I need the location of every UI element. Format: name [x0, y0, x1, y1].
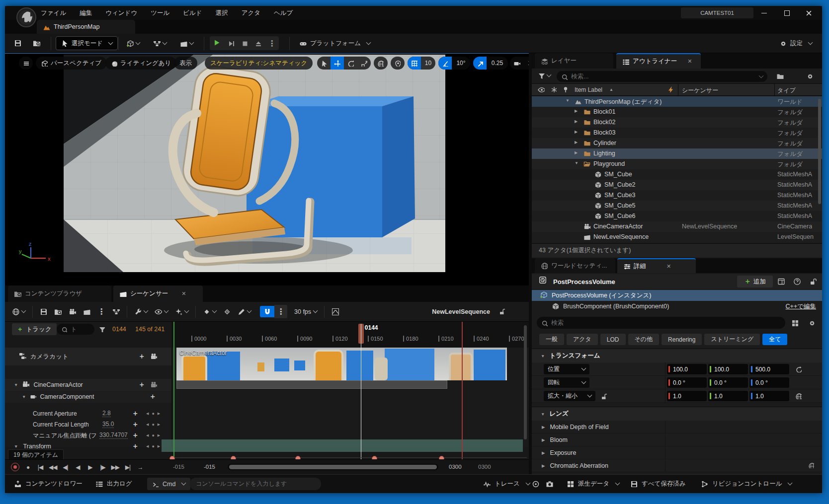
create-folder-icon[interactable] — [776, 72, 784, 82]
unreal-logo-icon[interactable] — [16, 7, 37, 28]
location-z-field[interactable]: 500.0 — [749, 364, 789, 374]
all-saved-button[interactable]: すべて保存済み — [630, 475, 686, 493]
add-component-button[interactable]: ＋ 追加 — [737, 276, 773, 288]
select-mode-dropdown[interactable]: 選択モード — [56, 36, 118, 50]
key-nav[interactable]: ◀●▶ — [146, 433, 160, 438]
tab-level[interactable]: ThirdPersonMap — [37, 20, 135, 34]
rotation-dropdown[interactable]: 回転 — [544, 377, 589, 388]
expander-icon[interactable]: ▼ — [14, 444, 18, 449]
move-tool-icon[interactable] — [331, 57, 344, 70]
camera-cut-section[interactable] — [176, 380, 447, 389]
add-key-icon[interactable]: ＋ — [132, 442, 139, 451]
track-filter-icon[interactable] — [98, 325, 105, 334]
row-expander-icon[interactable]: ▶ — [542, 437, 545, 442]
transport-button[interactable]: ▶▶ — [111, 464, 119, 471]
outliner-scrollbar[interactable] — [818, 99, 821, 204]
stop-icon[interactable] — [241, 40, 249, 47]
filter-button[interactable]: 一般 — [539, 334, 564, 345]
outliner-row[interactable]: ▶ Block03 フォルダ — [532, 128, 822, 138]
close-tab-icon[interactable]: ✕ — [181, 290, 186, 297]
filter-button[interactable]: Rendering — [662, 334, 702, 345]
auto-key-icon[interactable] — [223, 308, 231, 315]
scalability-warning[interactable]: スケーラビリティ:シネマティック — [205, 57, 313, 70]
expander-icon[interactable]: ▶ — [575, 109, 580, 113]
actor-to-sequencer-icon[interactable] — [112, 308, 120, 315]
filter-button[interactable]: その他 — [628, 334, 660, 345]
expander-icon[interactable]: ▼ — [22, 394, 26, 399]
help-icon[interactable] — [793, 278, 801, 287]
eject-icon[interactable] — [254, 40, 262, 47]
browse-content-button[interactable] — [33, 37, 41, 50]
menu-item[interactable]: 編集 — [80, 9, 92, 17]
rotation-y-field[interactable]: 0.0 ° — [708, 377, 748, 388]
lens-category-header[interactable]: ▼ レンズ — [532, 407, 822, 421]
grid-snap-value[interactable]: 10 — [421, 57, 435, 70]
blueprints-dropdown[interactable] — [153, 37, 166, 50]
derived-data-dropdown[interactable]: 派生データ — [567, 475, 619, 493]
track-focal-length[interactable]: Current Focal Length 35.0 ＋ ◀●▶ — [5, 419, 171, 430]
sequencer-settings-dropdown[interactable] — [134, 308, 148, 315]
scale-snap-icon[interactable] — [473, 57, 487, 70]
surface-snapping[interactable] — [391, 57, 405, 70]
world-local-toggle[interactable] — [374, 57, 388, 70]
rotation-z-field[interactable]: 0.0 ° — [749, 377, 789, 388]
add-actor-dropdown[interactable] — [126, 37, 140, 50]
angle-snap-icon[interactable] — [438, 57, 452, 70]
outliner-row[interactable]: NewLevelSequence LevelSequen — [532, 232, 822, 242]
scale-world-icon[interactable] — [795, 392, 802, 401]
snap-toggle[interactable] — [260, 306, 274, 317]
target-icon[interactable] — [532, 475, 539, 493]
expander-icon[interactable]: ▶ — [575, 119, 580, 124]
key-nav[interactable]: ◀●▶ — [146, 411, 160, 416]
show-dropdown[interactable]: 表示 — [174, 57, 197, 70]
lock-icon[interactable] — [809, 278, 817, 287]
outliner-row[interactable]: SM_Cube6 StaticMeshA — [532, 211, 822, 221]
outliner-row[interactable]: CineCameraActor NewLevelSequence CineCam… — [532, 221, 822, 232]
close-icon[interactable] — [800, 6, 817, 20]
menu-item[interactable]: ビルド — [183, 9, 202, 17]
transport-button[interactable]: ▶ — [86, 464, 94, 471]
display-filter-icon[interactable] — [791, 319, 799, 329]
fps-dropdown[interactable]: 30 fps — [294, 308, 317, 315]
expander-icon[interactable]: ▼ — [566, 98, 571, 103]
sequence-lock-icon[interactable] — [498, 307, 505, 316]
playback-options-dropdown[interactable] — [175, 308, 188, 315]
outliner-row[interactable]: ▶ Block01 フォルダ — [532, 107, 822, 117]
scale-x-field[interactable]: 1.0 — [667, 391, 707, 401]
row-expander-icon[interactable]: ▶ — [542, 450, 545, 455]
scale-snap-value[interactable]: 0.25 — [487, 57, 508, 70]
reset-location-icon[interactable] — [795, 365, 802, 374]
filter-button[interactable]: 全て — [762, 334, 787, 345]
track-manual-focus[interactable]: マニュアル焦点距離 (フ 330.74707 ＋ ◀●▶ — [5, 430, 171, 441]
expander-icon[interactable]: ▶ — [575, 150, 580, 155]
track-cinecamera[interactable]: ▼ CineCameraActor ＋ — [5, 379, 171, 391]
view-range-end[interactable]: 0300 — [478, 464, 491, 470]
sequencer-scrollbar[interactable] — [524, 325, 527, 439]
outliner-search-input[interactable]: 検索... — [557, 71, 767, 82]
rotation-x-field[interactable]: 0.0 ° — [667, 377, 707, 388]
curve-editor-icon[interactable] — [332, 308, 339, 315]
track-search-input[interactable]: ト — [57, 324, 94, 335]
select-tool-icon[interactable] — [317, 57, 331, 70]
add-section-icon[interactable]: ＋ — [138, 380, 145, 389]
camera-lock-icon[interactable] — [150, 353, 157, 361]
expander-icon[interactable]: ▶ — [575, 130, 580, 134]
menu-item[interactable]: アクタ — [242, 9, 260, 17]
outliner-row[interactable]: SM_Cube5 StaticMeshA — [532, 201, 822, 211]
minimize-button[interactable] — [755, 6, 772, 20]
details-settings-gear-icon[interactable] — [808, 319, 816, 329]
save-sequence-icon[interactable] — [40, 308, 47, 315]
create-camera-icon[interactable] — [69, 308, 76, 315]
menu-item[interactable]: ファイル — [41, 9, 66, 17]
perspective-dropdown[interactable]: パースペクティブ — [36, 57, 107, 70]
focal-value[interactable]: 35.0 — [102, 421, 114, 428]
scale-dropdown[interactable]: 拡大・縮小 — [544, 391, 595, 401]
camera-speed-control[interactable]: 1 — [510, 57, 529, 70]
transport-button[interactable]: |▶ — [98, 464, 106, 471]
outliner-row[interactable]: ▼ ThirdPersonMap (エディタ) ワールド — [532, 96, 822, 107]
location-dropdown[interactable]: 位置 — [544, 364, 589, 374]
scale-lock-icon[interactable] — [600, 392, 607, 401]
save-button[interactable] — [14, 37, 22, 50]
manual-focus-value[interactable]: 330.74707 — [99, 432, 128, 439]
timeline-scrollbar-thumb[interactable] — [229, 465, 437, 469]
